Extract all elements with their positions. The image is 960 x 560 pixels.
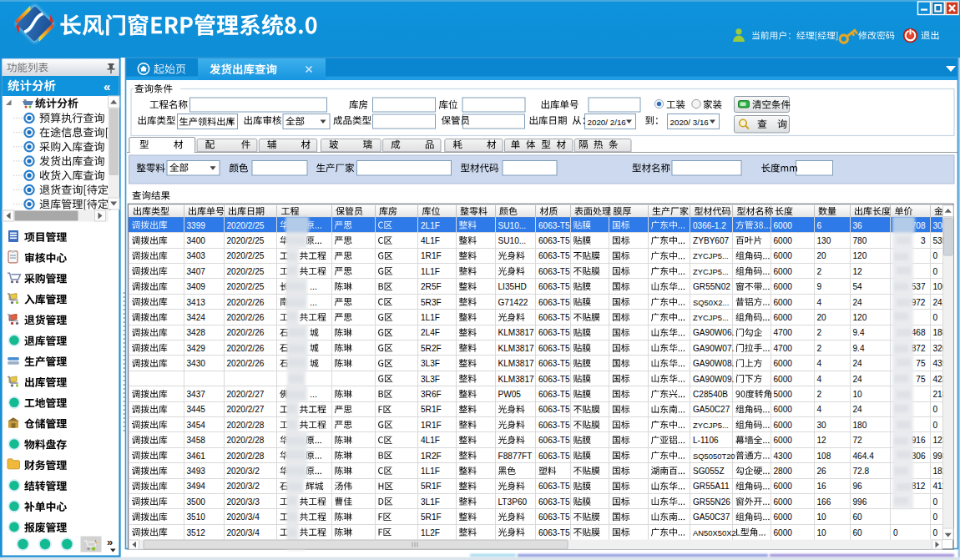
svg-text:5R1F: 5R1F	[421, 405, 442, 414]
svg-text:ZYCJP5...: ZYCJP5...	[693, 313, 729, 322]
svg-text:4: 4	[817, 359, 822, 368]
svg-text:2L1F: 2L1F	[421, 221, 440, 230]
svg-text:10: 10	[817, 528, 827, 537]
svg-text:75: 75	[916, 359, 926, 368]
svg-text:KLM3817: KLM3817	[498, 359, 535, 368]
svg-text:GR55A11: GR55A11	[693, 482, 730, 491]
svg-text:2020/ 3/16: 2020/ 3/16	[670, 118, 710, 127]
svg-text:5R1F: 5R1F	[421, 482, 442, 491]
svg-text:PW05: PW05	[498, 390, 522, 399]
svg-text:3409: 3409	[187, 282, 206, 291]
svg-text:1R2F: 1R2F	[421, 452, 442, 461]
svg-text:464.4: 464.4	[853, 452, 875, 461]
svg-text:3461: 3461	[187, 452, 206, 461]
svg-text:3L1F: 3L1F	[421, 497, 440, 507]
svg-text:2L4F: 2L4F	[421, 328, 440, 337]
svg-text:9.4: 9.4	[853, 328, 865, 337]
svg-text:SU10...: SU10...	[498, 236, 527, 245]
svg-text:6063-T5: 6063-T5	[538, 375, 570, 384]
svg-text:166: 166	[817, 497, 831, 507]
svg-text:996: 996	[853, 497, 867, 507]
svg-text:3R6F: 3R6F	[421, 390, 442, 399]
svg-text:GA50C37: GA50C37	[693, 512, 730, 522]
svg-text:108: 108	[817, 452, 831, 461]
svg-text:2020/2/25: 2020/2/25	[227, 221, 265, 230]
svg-text:SQ50X2...: SQ50X2...	[693, 298, 729, 307]
svg-text:6000: 6000	[774, 512, 793, 522]
svg-text:3437: 3437	[187, 390, 206, 399]
svg-text:6000: 6000	[774, 375, 793, 384]
svg-text:2020/2/25: 2020/2/25	[227, 236, 265, 245]
svg-text:3429: 3429	[187, 344, 206, 353]
svg-text:«: «	[104, 79, 110, 93]
svg-text:6063-T5: 6063-T5	[538, 359, 570, 368]
svg-text:5R2F: 5R2F	[421, 344, 442, 353]
svg-text:6: 6	[817, 221, 822, 230]
svg-text:ZYCJP5...: ZYCJP5...	[693, 251, 729, 260]
svg-text:L-1106: L-1106	[693, 436, 719, 445]
svg-text:2020/2/25: 2020/2/25	[227, 282, 265, 291]
svg-text:96: 96	[853, 482, 863, 491]
svg-text:LT3P60: LT3P60	[498, 497, 528, 507]
svg-text:0366-1.2: 0366-1.2	[693, 221, 726, 230]
svg-text:3494: 3494	[187, 482, 206, 491]
svg-text:0: 0	[933, 251, 938, 260]
svg-text:2020/2/27: 2020/2/27	[227, 405, 265, 414]
svg-text:2: 2	[817, 344, 822, 353]
svg-text:12: 12	[817, 436, 827, 445]
svg-text:9.4: 9.4	[853, 344, 865, 353]
svg-text:6063-T5: 6063-T5	[538, 452, 570, 461]
svg-text:6000: 6000	[774, 497, 793, 507]
svg-text:6000: 6000	[774, 313, 793, 322]
svg-text:3430: 3430	[187, 359, 206, 368]
svg-text:6000: 6000	[774, 236, 793, 245]
svg-text:10: 10	[817, 512, 827, 522]
svg-text:20: 20	[817, 251, 827, 260]
svg-text:KLM3817: KLM3817	[498, 328, 535, 337]
svg-text:75: 75	[916, 375, 926, 384]
svg-text:»: »	[107, 536, 113, 548]
svg-text:2800: 2800	[774, 467, 793, 476]
svg-text:6063-T5: 6063-T5	[538, 436, 570, 445]
svg-text:72.8: 72.8	[853, 467, 870, 476]
svg-text:0: 0	[933, 421, 938, 430]
svg-text:6000: 6000	[774, 528, 793, 537]
svg-text:306: 306	[912, 452, 926, 461]
svg-text:6063-T5: 6063-T5	[538, 313, 570, 322]
svg-text:36: 36	[853, 221, 863, 230]
svg-text:...: ...	[310, 281, 317, 291]
svg-text:6000: 6000	[774, 282, 793, 291]
svg-text:4L1F: 4L1F	[421, 436, 440, 445]
svg-text:24: 24	[853, 375, 863, 384]
svg-text:537: 537	[912, 282, 926, 291]
svg-text:SG055Z: SG055Z	[693, 467, 725, 476]
svg-text:5R1F: 5R1F	[421, 512, 442, 522]
svg-text:6000: 6000	[774, 482, 793, 491]
svg-text:4: 4	[817, 375, 822, 384]
svg-text:AN50X50X2: AN50X50X2	[693, 528, 736, 537]
svg-text:6063-T5: 6063-T5	[538, 267, 570, 276]
svg-text:3407: 3407	[187, 267, 206, 276]
svg-text:0: 0	[893, 528, 898, 537]
svg-text:3510: 3510	[187, 512, 206, 522]
svg-text:6063-T5: 6063-T5	[538, 236, 570, 245]
svg-text:3L3F: 3L3F	[421, 359, 440, 368]
svg-text:0: 0	[933, 267, 938, 276]
svg-text:6063-T5: 6063-T5	[538, 328, 570, 337]
svg-text:9: 9	[817, 282, 822, 291]
svg-text:6063-T5: 6063-T5	[538, 390, 570, 399]
svg-text:5000: 5000	[774, 390, 793, 399]
svg-text:3458: 3458	[187, 436, 206, 445]
svg-text:2020/3/4: 2020/3/4	[227, 528, 260, 537]
svg-text:3445: 3445	[187, 405, 206, 414]
svg-text:C28540B: C28540B	[693, 390, 728, 399]
svg-text:6000: 6000	[774, 298, 793, 307]
svg-text:10: 10	[853, 390, 863, 399]
svg-text:2020/3/2: 2020/3/2	[227, 482, 260, 491]
svg-text:6000: 6000	[774, 221, 793, 230]
svg-text:2020/2/26: 2020/2/26	[227, 313, 265, 322]
svg-text:16: 16	[817, 482, 827, 491]
svg-text:GA90W09.: GA90W09.	[693, 375, 734, 384]
svg-text:4700: 4700	[774, 328, 793, 337]
svg-text:2020/3/2: 2020/3/2	[227, 467, 260, 476]
